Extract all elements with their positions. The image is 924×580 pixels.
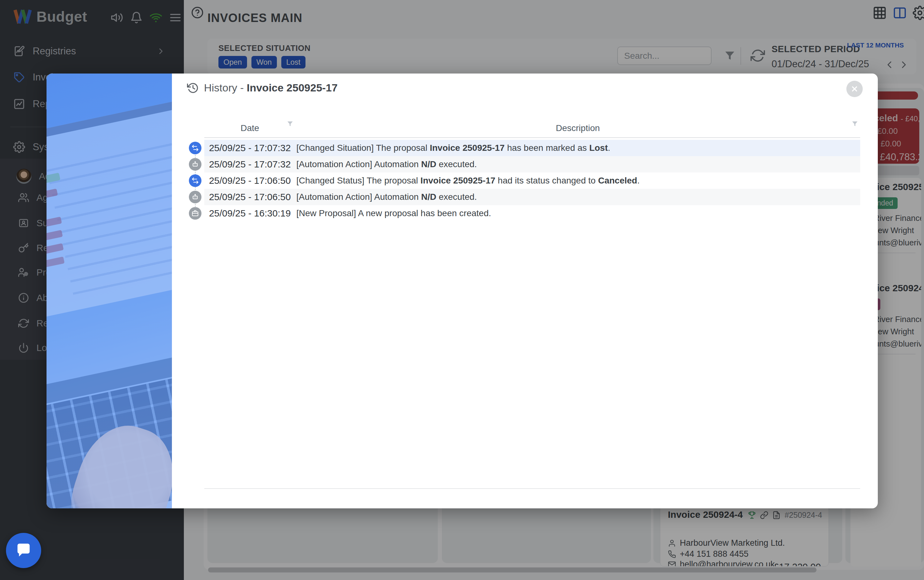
chat-icon — [15, 541, 33, 560]
modal-title: History - Invoice 250925-17 — [204, 82, 338, 94]
modal-header: History - Invoice 250925-17 — [187, 82, 338, 94]
history-row[interactable]: 25/09/25 - 17:07:32[Automation Action] A… — [204, 156, 860, 173]
history-row-date: 25/09/25 - 17:06:50 — [204, 173, 295, 189]
history-row-date: 25/09/25 - 17:07:32 — [204, 156, 295, 173]
table-header-line — [204, 137, 860, 138]
history-icon — [187, 82, 199, 94]
close-button[interactable] — [846, 81, 863, 97]
event-type-robot-icon — [189, 158, 201, 171]
history-row-description: [New Proposal] A new proposal has been c… — [296, 205, 491, 221]
history-modal: History - Invoice 250925-17 Date Descrip… — [46, 74, 878, 508]
history-row-date: 25/09/25 - 17:06:50 — [204, 189, 295, 205]
column-header-description: Description — [295, 123, 860, 133]
history-row-date: 25/09/25 - 16:30:19 — [204, 205, 295, 221]
modal-side-image — [46, 74, 172, 508]
history-row-description: [Changed Situation] The proposal Invoice… — [296, 140, 610, 156]
date-filter-icon[interactable] — [287, 121, 293, 127]
description-filter-icon[interactable] — [852, 121, 858, 127]
table-bottom-line — [204, 488, 860, 489]
column-header-date: Date — [204, 123, 295, 133]
history-row-description: [Changed Status] The proposal Invoice 25… — [296, 173, 640, 189]
history-row-description: [Automation Action] Automation N/D execu… — [296, 156, 477, 173]
event-type-swap-icon — [189, 142, 201, 154]
history-row-date: 25/09/25 - 17:07:32 — [204, 140, 295, 156]
history-row[interactable]: 25/09/25 - 17:06:50[Changed Status] The … — [204, 173, 860, 189]
history-row[interactable]: 25/09/25 - 16:30:19[New Proposal] A new … — [204, 205, 860, 221]
history-row[interactable]: 25/09/25 - 17:07:32[Changed Situation] T… — [204, 140, 860, 156]
history-row[interactable]: 25/09/25 - 17:06:50[Automation Action] A… — [204, 189, 860, 205]
history-row-description: [Automation Action] Automation N/D execu… — [296, 189, 477, 205]
event-type-robot-icon — [189, 191, 201, 203]
event-type-swap-icon — [189, 175, 201, 187]
chat-widget-button[interactable] — [6, 533, 41, 568]
event-type-briefcase-icon — [189, 207, 201, 220]
close-icon — [850, 85, 859, 93]
